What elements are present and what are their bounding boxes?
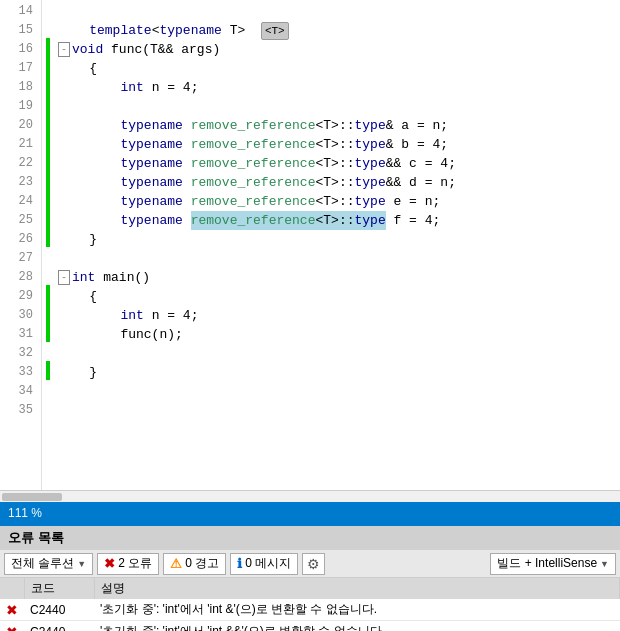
line-numbers: 14 15 16 17 18 19 20 21 22 23 24 25 26 2… (0, 0, 42, 490)
code-line-30: int n = 4; (58, 306, 620, 325)
error-panel: 오류 목록 전체 솔루션 ▼ ✖ 2 오류 ⚠ 0 경고 ℹ 0 메시지 ⚙ 빌… (0, 524, 620, 631)
code-line-27 (58, 249, 620, 268)
filter-button[interactable]: ⚙ (302, 553, 325, 575)
warnings-label: 0 경고 (185, 555, 219, 572)
solution-label: 전체 솔루션 (11, 555, 74, 572)
solution-dropdown[interactable]: 전체 솔루션 ▼ (4, 553, 93, 575)
solution-dropdown-arrow: ▼ (77, 559, 86, 569)
error-code-2: C2440 (24, 621, 94, 632)
code-line-16: -void func(T&& args) (58, 40, 620, 59)
errors-button[interactable]: ✖ 2 오류 (97, 553, 159, 575)
col-header-empty (0, 578, 24, 599)
editor-area: 14 15 16 17 18 19 20 21 22 23 24 25 26 2… (0, 0, 620, 490)
zoom-level: 111 % (8, 506, 42, 520)
code-line-21: typename remove_reference<T>::type& b = … (58, 135, 620, 154)
error-desc-1: '초기화 중': 'int'에서 'int &'(으)로 변환할 수 없습니다. (94, 599, 620, 621)
code-line-34 (58, 382, 620, 401)
change-bar (42, 0, 54, 490)
code-line-24: typename remove_reference<T>::type e = n… (58, 192, 620, 211)
code-line-23: typename remove_reference<T>::type&& d =… (58, 173, 620, 192)
build-dropdown[interactable]: 빌드 + IntelliSense ▼ (490, 553, 616, 575)
code-line-17: { (58, 59, 620, 78)
error-panel-header: 오류 목록 (0, 526, 620, 550)
error-row-1[interactable]: ✖ C2440 '초기화 중': 'int'에서 'int &'(으)로 변환할… (0, 599, 620, 621)
filter-icon: ⚙ (307, 556, 320, 572)
error-table: 코드 설명 ✖ C2440 '초기화 중': 'int'에서 'int &'(으… (0, 578, 620, 631)
code-line-33: } (58, 363, 620, 382)
code-line-22: typename remove_reference<T>::type&& c =… (58, 154, 620, 173)
horizontal-scrollbar[interactable] (0, 490, 620, 502)
messages-button[interactable]: ℹ 0 메시지 (230, 553, 298, 575)
build-dropdown-arrow: ▼ (600, 559, 609, 569)
code-line-15: template<typename T> <T> (58, 21, 620, 40)
code-line-31: func(n); (58, 325, 620, 344)
status-bar: 111 % (0, 502, 620, 524)
error-code-1: C2440 (24, 599, 94, 621)
code-line-19 (58, 97, 620, 116)
scroll-thumb[interactable] (2, 493, 62, 501)
warnings-button[interactable]: ⚠ 0 경고 (163, 553, 226, 575)
code-line-25: typename remove_reference<T>::type f = 4… (58, 211, 620, 230)
code-line-28: -int main() (58, 268, 620, 287)
errors-label: 2 오류 (118, 555, 152, 572)
error-row-2[interactable]: ✖ C2440 '초기화 중': 'int'에서 'int &&'(으)로 변환… (0, 621, 620, 632)
error-panel-title: 오류 목록 (8, 529, 64, 547)
error-icon-cell-2: ✖ (0, 621, 24, 632)
code-area[interactable]: template<typename T> <T> -void func(T&& … (54, 0, 620, 490)
code-line-20: typename remove_reference<T>::type& a = … (58, 116, 620, 135)
error-row-icon-1: ✖ (6, 602, 18, 618)
col-header-description: 설명 (94, 578, 620, 599)
messages-label: 0 메시지 (245, 555, 291, 572)
code-line-32 (58, 344, 620, 363)
build-label: 빌드 + IntelliSense (497, 555, 597, 572)
error-toolbar: 전체 솔루션 ▼ ✖ 2 오류 ⚠ 0 경고 ℹ 0 메시지 ⚙ 빌드 + In… (0, 550, 620, 578)
code-line-18: int n = 4; (58, 78, 620, 97)
error-icon-cell-1: ✖ (0, 599, 24, 621)
message-icon: ℹ (237, 556, 242, 571)
error-row-icon-2: ✖ (6, 624, 18, 632)
code-line-29: { (58, 287, 620, 306)
error-desc-2: '초기화 중': 'int'에서 'int &&'(으)로 변환할 수 없습니다… (94, 621, 620, 632)
code-line-14 (58, 2, 620, 21)
code-line-35 (58, 401, 620, 420)
warning-icon: ⚠ (170, 556, 182, 571)
code-line-26: } (58, 230, 620, 249)
error-icon: ✖ (104, 556, 115, 571)
col-header-code: 코드 (24, 578, 94, 599)
